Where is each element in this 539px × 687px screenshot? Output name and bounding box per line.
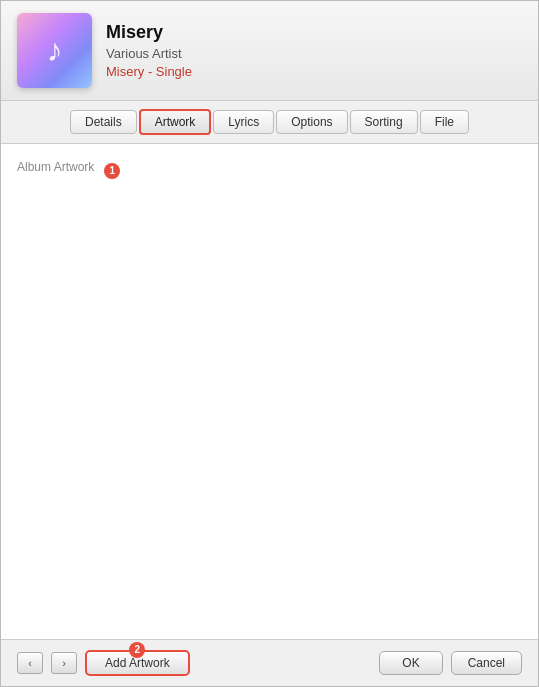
- main-window: ♪ Misery Various Artist Misery - Single …: [0, 0, 539, 687]
- song-album: Misery - Single: [106, 64, 192, 79]
- artwork-section: Album Artwork 1: [17, 160, 522, 182]
- next-button[interactable]: ›: [51, 652, 77, 674]
- album-art-thumbnail: ♪: [17, 13, 92, 88]
- content-area: Album Artwork 1: [1, 144, 538, 639]
- badge-2: 2: [129, 642, 145, 658]
- badge-1: 1: [104, 163, 120, 179]
- album-artwork-label: Album Artwork: [17, 160, 94, 174]
- footer-bar: ‹ › 2 Add Artwork OK Cancel: [1, 639, 538, 686]
- ok-button[interactable]: OK: [379, 651, 442, 675]
- cancel-button[interactable]: Cancel: [451, 651, 522, 675]
- song-info: Misery Various Artist Misery - Single: [106, 22, 192, 79]
- tab-bar: Details Artwork Lyrics Options Sorting F…: [1, 101, 538, 144]
- tab-file[interactable]: File: [420, 110, 469, 134]
- song-header: ♪ Misery Various Artist Misery - Single: [1, 1, 538, 101]
- tab-lyrics[interactable]: Lyrics: [213, 110, 274, 134]
- tab-details[interactable]: Details: [70, 110, 137, 134]
- music-note-icon: ♪: [47, 32, 63, 69]
- tab-sorting[interactable]: Sorting: [350, 110, 418, 134]
- add-artwork-wrapper: 2 Add Artwork: [85, 650, 190, 676]
- song-artist: Various Artist: [106, 46, 192, 61]
- tab-options[interactable]: Options: [276, 110, 347, 134]
- prev-button[interactable]: ‹: [17, 652, 43, 674]
- footer-actions: OK Cancel: [379, 651, 522, 675]
- song-title: Misery: [106, 22, 192, 43]
- tab-artwork[interactable]: Artwork: [139, 109, 212, 135]
